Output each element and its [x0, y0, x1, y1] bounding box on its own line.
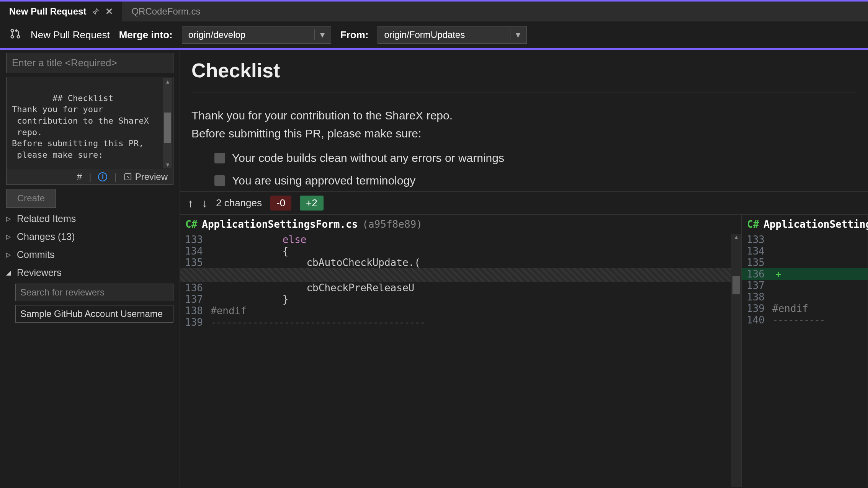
merge-branch-value: origin/develop: [188, 29, 245, 40]
scroll-up-icon[interactable]: ▲: [166, 78, 169, 85]
svg-point-1: [11, 35, 14, 38]
tab-label: QRCodeForm.cs: [131, 6, 200, 17]
code-line: 135 cbAutoCheckUpdate.(: [180, 257, 741, 268]
preview-label: Preview: [135, 171, 168, 182]
file-hash: (a95f8e89): [362, 219, 422, 230]
checklist-text: You are using approved terminology: [232, 174, 415, 187]
preview-toggle[interactable]: Preview: [124, 171, 168, 182]
from-branch-dropdown[interactable]: origin/FormUpdates ▾: [378, 26, 527, 44]
svg-point-0: [11, 29, 14, 32]
code-line: [180, 268, 741, 282]
preview-para: Before submitting this PR, please make s…: [191, 125, 857, 143]
tab-qrcodeform[interactable]: QRCodeForm.cs: [122, 2, 209, 21]
code-line: 137 }: [180, 294, 741, 305]
pin-icon[interactable]: [92, 6, 99, 17]
hash-icon[interactable]: #: [77, 171, 82, 182]
chevron-right-icon: ▷: [6, 215, 13, 222]
pr-description-box: ## Checklist Thank you for your contribu…: [6, 77, 173, 185]
merge-into-label: Merge into:: [119, 29, 173, 41]
code-line: 138: [742, 291, 868, 303]
tab-new-pr[interactable]: New Pull Request ✕: [0, 2, 122, 21]
code-line: 140----------: [742, 314, 868, 326]
markdown-preview: Checklist Thank you for your contributio…: [180, 50, 868, 191]
chevron-down-icon: ◢: [6, 269, 13, 276]
chevron-right-icon: ▷: [6, 251, 13, 258]
reviewer-item[interactable]: Sample GitHub Account Username: [15, 305, 173, 323]
code-line: 134: [742, 245, 868, 257]
preview-and-diff-panel: Checklist Thank you for your contributio…: [180, 50, 868, 487]
checkbox-icon[interactable]: [214, 175, 225, 186]
merge-branch-dropdown[interactable]: origin/develop ▾: [182, 26, 331, 44]
from-label: From:: [340, 29, 369, 41]
code-pane-right[interactable]: 133134135136+137138139#endif140---------…: [742, 234, 868, 326]
preview-para: Thank you for your contribution to the S…: [191, 107, 857, 125]
pr-description-textarea[interactable]: ## Checklist Thank you for your contribu…: [7, 77, 173, 169]
chevron-down-icon: ▾: [510, 29, 520, 40]
tree-label: Reviewers: [17, 267, 62, 278]
scroll-thumb[interactable]: [732, 276, 740, 294]
reviewer-search-input[interactable]: Search for reviewers: [15, 284, 173, 301]
diff-left-column: C# ApplicationSettingsForm.cs (a95f8e89)…: [180, 215, 742, 487]
close-icon[interactable]: ✕: [105, 6, 113, 17]
tree-commits[interactable]: ▷ Commits: [6, 248, 173, 262]
scroll-up-icon[interactable]: ▲: [731, 234, 741, 240]
checkbox-icon[interactable]: [214, 153, 225, 163]
tree-changes[interactable]: ▷ Changes (13): [6, 230, 173, 244]
checklist-item: You are using approved terminology: [214, 174, 857, 188]
scroll-down-icon[interactable]: ▼: [166, 161, 169, 168]
info-icon[interactable]: i: [98, 172, 107, 181]
tree-label: Related Items: [17, 213, 76, 224]
pr-toolbar: New Pull Request Merge into: origin/deve…: [0, 21, 868, 50]
file-name: ApplicationSettingsForm: [763, 219, 868, 230]
file-header-right: C# ApplicationSettingsForm: [742, 215, 868, 234]
preview-heading: Checklist: [191, 59, 857, 82]
removed-pill: -0: [270, 196, 291, 211]
code-line: 136 cbCheckPreReleaseU: [180, 282, 741, 294]
code-pane-left[interactable]: 133 else134 {135 cbAutoCheckUpdate.(136 …: [180, 234, 741, 328]
code-line: 139-------------------------------------…: [180, 317, 741, 328]
next-change-icon[interactable]: ↓: [202, 197, 208, 210]
tree-label: Changes (13): [17, 231, 75, 242]
code-line: 137: [742, 280, 868, 291]
toolbar-title: New Pull Request: [31, 29, 110, 41]
chevron-down-icon: ▾: [314, 29, 325, 40]
diff-body: C# ApplicationSettingsForm.cs (a95f8e89)…: [180, 215, 868, 487]
file-name: ApplicationSettingsForm.cs: [202, 219, 358, 230]
checklist-text: Your code builds clean without any error…: [232, 152, 504, 165]
tree-related-items[interactable]: ▷ Related Items: [6, 212, 173, 226]
pr-title-input[interactable]: Enter a title <Required>: [6, 53, 173, 73]
code-line: 133 else: [180, 234, 741, 245]
description-text: ## Checklist Thank you for your contribu…: [12, 93, 149, 169]
tab-label: New Pull Request: [9, 6, 86, 17]
tree-label: Commits: [17, 249, 55, 260]
tree-reviewers[interactable]: ◢ Reviewers: [6, 266, 173, 280]
prev-change-icon[interactable]: ↑: [188, 197, 193, 210]
lang-badge: C#: [185, 219, 197, 230]
from-branch-value: origin/FormUpdates: [384, 29, 465, 40]
file-header-left: C# ApplicationSettingsForm.cs (a95f8e89): [180, 215, 741, 234]
added-pill: +2: [300, 196, 324, 211]
scroll-thumb[interactable]: [164, 113, 171, 143]
checklist-item: Your code builds clean without any error…: [214, 152, 857, 165]
diff-header: ↑ ↓ 2 changes -0 +2: [180, 191, 868, 215]
code-line: 133: [742, 234, 868, 245]
diff-right-column: C# ApplicationSettingsForm 133134135136+…: [742, 215, 868, 487]
code-line: 139#endif: [742, 303, 868, 314]
description-footer: # | i | Preview: [7, 169, 173, 184]
code-scrollbar[interactable]: ▲: [731, 234, 741, 487]
svg-point-2: [17, 35, 20, 38]
description-scrollbar[interactable]: ▲ ▼: [163, 78, 172, 168]
code-line: 138#endif: [180, 305, 741, 317]
preview-rule: [191, 93, 857, 93]
chevron-right-icon: ▷: [6, 233, 13, 240]
code-line: 134 {: [180, 245, 741, 257]
git-pr-icon: [9, 28, 21, 42]
code-line: 135: [742, 257, 868, 268]
pr-form-panel: Enter a title <Required> ## Checklist Th…: [0, 50, 180, 487]
lang-badge: C#: [747, 219, 759, 230]
changes-count: 2 changes: [216, 197, 262, 209]
code-line: 136+: [742, 268, 868, 280]
create-button[interactable]: Create: [6, 189, 56, 208]
tab-bar: New Pull Request ✕ QRCodeForm.cs: [0, 0, 868, 21]
